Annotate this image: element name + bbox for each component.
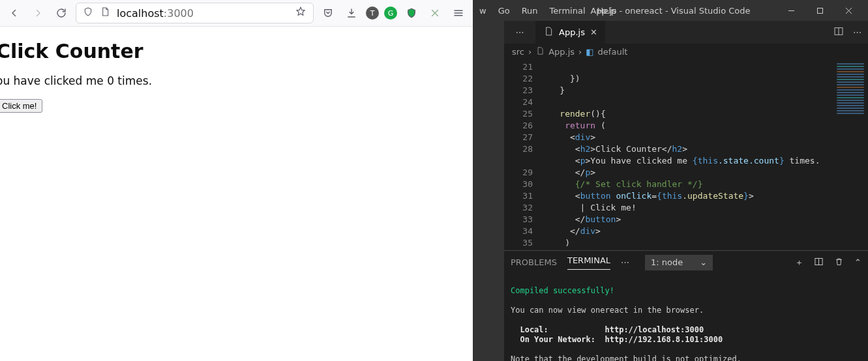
crumb-file[interactable]: App.js [548,47,575,57]
click-me-button[interactable]: Click me! [0,99,42,113]
browser-page: Click Counter ou have clicked me 0 times… [0,27,473,113]
panel-tab-terminal[interactable]: TERMINAL [567,255,610,270]
tab-close-icon[interactable]: ✕ [590,27,597,37]
breadcrumbs[interactable]: src › App.js › ◧ default [504,44,868,59]
menu-item[interactable]: w [479,6,486,16]
maximize-icon[interactable] [807,1,833,20]
menu-item[interactable]: Terminal [550,6,586,16]
page-heading: Click Counter [0,40,473,63]
reload-icon[interactable] [52,4,70,22]
back-icon[interactable] [5,4,23,22]
vscode-titlebar: w Go Run Terminal Help App.js - onereact… [473,0,868,21]
minimize-icon[interactable] [778,1,804,20]
vscode-window: w Go Run Terminal Help App.js - onereact… [473,0,868,361]
crumb-folder[interactable]: src [512,47,524,57]
extension-x-icon[interactable] [426,4,444,22]
editor-tabs: ⋯ App.js ✕ ⋯ [504,21,868,44]
url-bar[interactable]: localhost:3000 [76,3,314,23]
browser-window: localhost:3000 T G Click Counter ou have… [0,0,473,361]
terminal-selector-label: 1: node [651,257,683,267]
panel-tab-problems[interactable]: PROBLEMS [511,257,557,267]
minimap[interactable] [833,59,868,250]
line-numbers: 212223 242526 272829 303132 333435 36373… [504,59,539,250]
download-icon[interactable] [342,4,361,22]
more-icon[interactable]: ⋯ [621,257,629,267]
page-icon [100,7,110,20]
menu-item[interactable]: Go [498,6,510,16]
bottom-panel: PROBLEMS TERMINAL ⋯ 1: node ⌄ ＋ ⌃ [504,250,868,361]
crumb-symbol[interactable]: default [598,47,628,57]
chevron-down-icon: ⌄ [700,257,707,267]
tab-label: App.js [559,27,585,37]
terminal-output[interactable]: Compiled successfully! You can now view … [504,274,868,361]
code-editor[interactable]: 212223 242526 272829 303132 333435 36373… [504,59,868,250]
tab-appjs[interactable]: App.js ✕ [535,21,606,44]
forward-icon[interactable] [29,4,47,22]
hamburger-icon[interactable] [449,4,468,22]
browser-toolbar: localhost:3000 T G [0,0,473,27]
page-paragraph: ou have clicked me 0 times. [0,74,473,87]
chevron-up-icon[interactable]: ⌃ [854,257,861,267]
star-icon[interactable] [295,6,307,20]
pocket-icon[interactable] [319,4,337,22]
close-icon[interactable] [835,1,861,20]
code-content[interactable]: }) } render(){ return ( <div> <h2>Click … [539,59,833,250]
new-terminal-icon[interactable]: ＋ [795,257,803,268]
symbol-icon: ◧ [586,47,593,57]
tabs-overflow-icon[interactable]: ⋯ [504,21,535,44]
url-text: localhost:3000 [117,7,194,20]
chevron-right-icon: › [578,47,582,57]
terminal-selector[interactable]: 1: node ⌄ [645,255,713,270]
svg-rect-0 [817,8,822,13]
shield-green-icon[interactable] [402,4,421,22]
more-actions-icon[interactable]: ⋯ [853,27,861,37]
chevron-right-icon: › [528,47,531,57]
file-js-icon [535,46,545,57]
trash-icon[interactable] [834,257,844,268]
grammarly-icon[interactable]: G [384,7,397,20]
file-js-icon [543,26,554,38]
split-editor-icon[interactable] [833,26,844,38]
split-terminal-icon[interactable] [814,257,824,268]
badge-t-icon[interactable]: T [366,7,379,20]
shield-icon [83,7,93,20]
menu-item[interactable]: Run [522,6,538,16]
window-title: App.js - onereact - Visual Studio Code [590,6,750,16]
activity-bar[interactable] [473,21,504,361]
